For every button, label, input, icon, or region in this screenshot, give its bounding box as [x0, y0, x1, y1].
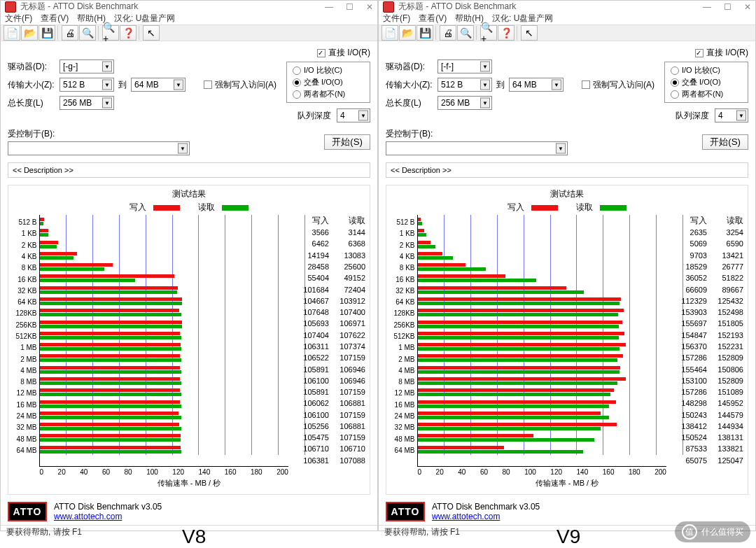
toolbar-button[interactable]: 💾	[416, 25, 433, 41]
write-bar	[418, 218, 421, 221]
write-bar	[418, 354, 624, 358]
write-bar	[418, 263, 465, 267]
window: 无标题 - ATTO Disk Benchmark—☐✕文件(F)查看(V)帮助…	[0, 0, 378, 531]
toolbar-button[interactable]: 📂	[399, 25, 416, 41]
read-bar	[40, 222, 44, 225]
bar-row	[418, 307, 666, 318]
maximize-button[interactable]: ☐	[346, 2, 354, 12]
url-link[interactable]: www.attotech.com	[54, 512, 122, 521]
overlap-io-radio[interactable]: 交叠 I/O(O)	[671, 77, 742, 87]
read-bar	[418, 325, 620, 328]
start-button[interactable]: 开始(S)	[702, 134, 748, 150]
benchmark-chart: 512 B1 KB2 KB4 KB8 KB16 KB32 KB64 KB128K…	[39, 215, 288, 467]
bar-row	[418, 399, 666, 410]
read-bar	[418, 393, 611, 396]
settings-panel: 驱动器(D):[-g-]传输大小(Z):512 B到64 MB总长度(L)256…	[1, 41, 377, 158]
results-title: 测试结果	[391, 188, 743, 200]
toolbar-button[interactable]: 🔍+	[480, 25, 497, 41]
app-icon	[383, 1, 394, 13]
bar-row	[418, 273, 666, 284]
start-button[interactable]: 开始(S)	[324, 134, 370, 150]
total-len-select[interactable]: 256 MB	[438, 96, 492, 110]
close-button[interactable]: ✕	[366, 2, 373, 12]
direct-io-checkbox[interactable]: 直接 I/O(R)	[695, 47, 748, 59]
size-label: 64 MB	[13, 446, 37, 454]
size-label: 24 MB	[391, 412, 415, 420]
xfer-size-label: 传输大小(Z):	[8, 79, 55, 91]
toolbar-button[interactable]: 🔍	[79, 25, 96, 41]
direct-io-checkbox[interactable]: 直接 I/O(R)	[317, 47, 370, 59]
toolbar-button[interactable]: 📄	[382, 25, 398, 41]
overlap-io-radio[interactable]: 交叠 I/O(O)	[293, 77, 364, 87]
toolbar-button[interactable]: 📂	[21, 25, 38, 41]
toolbar-button[interactable]: 💾	[38, 25, 55, 41]
size-label: 32 MB	[13, 423, 37, 431]
close-button[interactable]: ✕	[744, 2, 751, 12]
xfer-size-from[interactable]: 512 B	[438, 78, 492, 92]
total-len-select[interactable]: 256 MB	[59, 96, 114, 110]
settings-panel: 驱动器(D):[-f-]传输大小(Z):512 B到64 MB总长度(L)256…	[379, 41, 755, 158]
menu-file[interactable]: 文件(F)	[383, 13, 410, 24]
bar-row	[40, 387, 288, 398]
bar-row	[418, 365, 666, 376]
size-label: 64 MB	[391, 446, 415, 454]
size-label: 1 MB	[13, 344, 37, 351]
read-bar	[418, 313, 619, 316]
window-title: 无标题 - ATTO Disk Benchmark	[398, 1, 703, 13]
toolbar-button[interactable]: 🔍	[457, 25, 474, 41]
menu-view[interactable]: 查看(V)	[419, 13, 447, 24]
queue-depth-select[interactable]: 4	[337, 108, 370, 122]
driver-select[interactable]: [-f-]	[438, 59, 492, 73]
size-label: 12 MB	[391, 389, 415, 397]
read-bar	[418, 279, 536, 282]
force-write-checkbox[interactable]: 强制写入访问(A)	[582, 79, 660, 91]
toolbar-button[interactable]: ↖	[143, 25, 160, 41]
bar-row	[40, 342, 288, 353]
read-bar	[418, 256, 454, 260]
description-box[interactable]: << Description >>	[8, 162, 370, 178]
minimize-button[interactable]: —	[703, 2, 711, 12]
write-header: 写入	[293, 215, 329, 227]
write-bar	[40, 286, 178, 290]
menu-help[interactable]: 帮助(H)	[455, 13, 484, 24]
queue-depth-select[interactable]: 4	[715, 108, 748, 122]
toolbar-button[interactable]: ❓	[120, 25, 136, 41]
toolbar-button[interactable]: ↖	[521, 25, 538, 41]
controlled-by-combo[interactable]	[386, 141, 568, 155]
xfer-size-to[interactable]: 64 MB	[131, 78, 186, 92]
url-link[interactable]: www.attotech.com	[432, 512, 500, 521]
size-label: 8 MB	[391, 378, 415, 386]
force-write-checkbox[interactable]: 强制写入访问(A)	[204, 79, 282, 91]
titlebar: 无标题 - ATTO Disk Benchmark—☐✕	[1, 1, 377, 13]
driver-select[interactable]: [-g-]	[59, 59, 114, 73]
neither-radio[interactable]: 两者都不(N)	[671, 89, 742, 99]
xfer-size-to[interactable]: 64 MB	[509, 78, 564, 92]
size-label: 16 MB	[13, 400, 37, 408]
maximize-button[interactable]: ☐	[724, 2, 732, 12]
neither-radio[interactable]: 两者都不(N)	[293, 89, 364, 99]
description-box[interactable]: << Description >>	[386, 162, 748, 178]
menu-file[interactable]: 文件(F)	[5, 13, 32, 24]
size-label: 32 MB	[391, 423, 415, 431]
io-compare-radio[interactable]: I/O 比较(C)	[293, 65, 364, 76]
size-label: 2 KB	[13, 241, 37, 248]
toolbar-button[interactable]: 🖨	[440, 25, 456, 41]
size-label: 16 MB	[391, 400, 415, 408]
size-label: 48 MB	[391, 435, 415, 442]
io-compare-radio[interactable]: I/O 比较(C)	[671, 65, 742, 76]
write-bar	[418, 241, 430, 244]
toolbar-button[interactable]: 🔍+	[102, 25, 119, 41]
write-bar	[418, 400, 617, 404]
menu-view[interactable]: 查看(V)	[41, 13, 69, 24]
toolbar-button[interactable]: ❓	[498, 25, 514, 41]
xfer-size-from[interactable]: 512 B	[59, 78, 114, 92]
controlled-by-label: 受控制于(B):	[386, 128, 568, 140]
controlled-by-combo[interactable]	[8, 141, 190, 155]
minimize-button[interactable]: —	[325, 2, 333, 12]
read-bar	[418, 302, 620, 305]
size-label: 1 MB	[391, 344, 415, 351]
menu-help[interactable]: 帮助(H)	[77, 13, 106, 24]
bar-row	[40, 251, 288, 262]
toolbar-button[interactable]: 🖨	[62, 25, 78, 41]
toolbar-button[interactable]: 📄	[4, 25, 20, 41]
